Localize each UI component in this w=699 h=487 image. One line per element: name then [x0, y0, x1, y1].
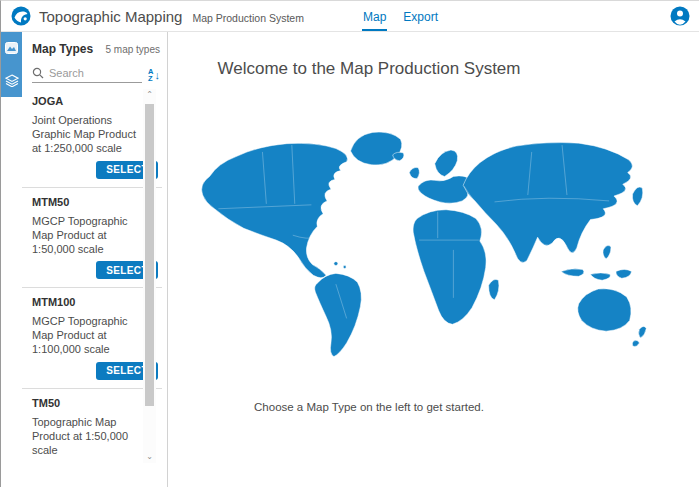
panel-title: Map Types	[32, 42, 93, 56]
main-content: Welcome to the Map Production System	[169, 32, 699, 487]
tool-strip	[1, 32, 22, 97]
map-type-description: Topographic Map Product at 1:50,000 scal…	[32, 415, 144, 457]
map-type-list: JOGA Joint Operations Graphic Map Produc…	[22, 87, 162, 461]
app-title: Topographic Mapping	[39, 8, 182, 25]
sort-az-icon[interactable]: A Z ↓	[148, 68, 160, 82]
header-tabs: MapExport	[362, 1, 439, 32]
map-products-icon[interactable]	[1, 32, 22, 64]
map-type-name: TM50	[32, 397, 160, 409]
map-types-panel: Map Types 5 map types A Z ↓ JOGA Joint O…	[22, 32, 168, 487]
scroll-up-icon[interactable]: ⌃	[143, 89, 156, 101]
map-type-count: 5 map types	[106, 44, 160, 55]
tab-map[interactable]: Map	[362, 2, 387, 31]
map-type-description: Joint Operations Graphic Map Product at …	[32, 113, 144, 155]
map-type-description: MGCP Topographic Map Product at 1:50,000…	[32, 214, 144, 256]
scrollbar-thumb[interactable]	[145, 104, 154, 406]
map-type-name: JOGA	[32, 95, 160, 107]
map-type-item: TM50 Topographic Map Product at 1:50,000…	[22, 389, 162, 462]
tab-export[interactable]: Export	[402, 2, 439, 31]
instruction-text: Choose a Map Type on the left to get sta…	[169, 401, 569, 413]
welcome-title: Welcome to the Map Production System	[169, 59, 569, 79]
layers-icon[interactable]	[1, 64, 22, 96]
world-map-graphic	[189, 89, 659, 399]
sort-arrow: ↓	[155, 70, 161, 81]
map-type-item: MTM50 MGCP Topographic Map Product at 1:…	[22, 188, 162, 289]
map-type-description: MGCP Topographic Map Product at 1:100,00…	[32, 314, 144, 356]
search-input[interactable]	[49, 67, 119, 79]
app-header: Topographic Mapping Map Production Syste…	[1, 1, 699, 32]
sort-letter-z: Z	[148, 75, 153, 82]
scroll-down-icon[interactable]: ⌄	[143, 451, 156, 463]
map-type-name: MTM100	[32, 296, 160, 308]
sidebar-scrollbar[interactable]: ⌃ ⌄	[143, 89, 156, 463]
map-type-name: MTM50	[32, 196, 160, 208]
search-box	[32, 67, 142, 83]
user-avatar-icon[interactable]	[670, 6, 690, 26]
globe-logo-icon	[11, 6, 31, 26]
map-type-item: MTM100 MGCP Topographic Map Product at 1…	[22, 288, 162, 389]
app-subtitle: Map Production System	[192, 12, 303, 24]
search-icon	[32, 67, 44, 79]
map-type-item: JOGA Joint Operations Graphic Map Produc…	[22, 87, 162, 188]
